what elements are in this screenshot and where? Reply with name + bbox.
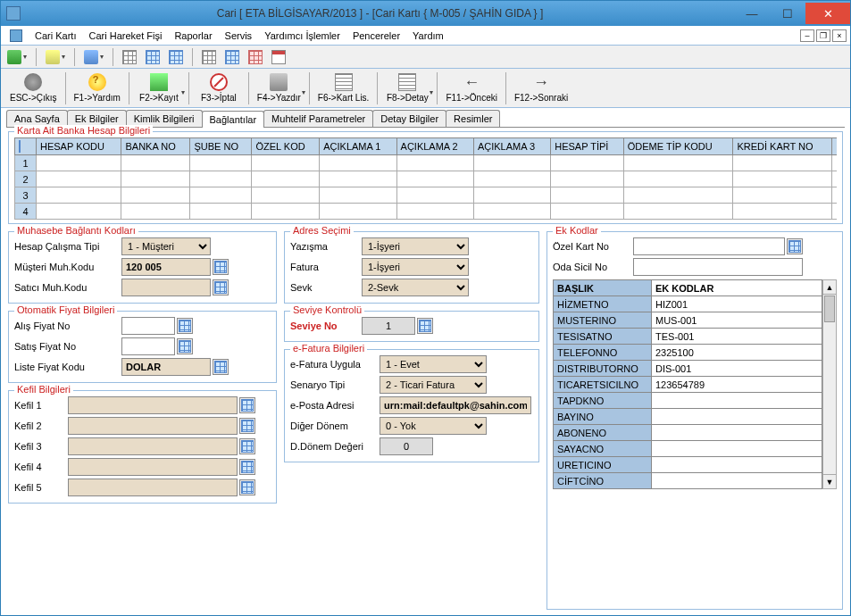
bank-col-son-kul[interactable]: SON KUL.TARİHİ [832,138,837,155]
bank-col-odeme-tip[interactable]: ÖDEME TİP KODU [623,138,733,155]
kefil-1-input[interactable] [68,396,238,414]
bank-col-aciklama1[interactable]: AÇIKLAMA 1 [320,138,396,155]
kefil-4-input[interactable] [68,458,238,476]
ek-row-header[interactable]: HİZMETNO [554,296,652,312]
f1-help-button[interactable]: F1->Yardım [69,71,126,104]
bank-row-4[interactable]: 4 [15,204,37,220]
ozel-kart-lookup[interactable] [787,238,803,254]
tab-baglantilar[interactable]: Bağlantılar [202,111,265,128]
ek-kodlar-grid[interactable]: BAŞLIKEK KODLARHİZMETNOHIZ001MUSTERINOMU… [553,279,822,489]
maximize-button[interactable]: ☐ [770,3,805,24]
hesap-calisma-select[interactable]: 1 - Müşteri [121,237,211,255]
ek-row-header[interactable]: SAYACNO [554,441,652,457]
bank-row-2[interactable]: 2 [15,171,37,187]
sevk-select[interactable]: 2-Sevk [362,279,469,296]
bank-col-kredi-kart[interactable]: KREDİ KART NO [733,138,832,155]
bank-col-aciklama3[interactable]: AÇIKLAMA 3 [473,138,550,155]
ek-row-value[interactable] [652,409,822,425]
alis-fiyat-lookup[interactable] [177,318,193,334]
ek-row-value[interactable]: HIZ001 [652,296,822,312]
close-button[interactable]: ✕ [805,3,850,24]
ek-row-header[interactable]: TICARETSICILNO [554,377,652,393]
efatura-uygula-select[interactable]: 1 - Evet [380,355,487,373]
satis-fiyat-lookup[interactable] [177,338,193,354]
menu-raporlar[interactable]: Raporlar [169,29,217,43]
kefil-3-lookup[interactable] [239,438,255,454]
minimize-button[interactable]: — [734,3,770,24]
kefil-5-lookup[interactable] [239,479,255,495]
alis-fiyat-input[interactable] [121,317,175,335]
tb1-btn-grid5[interactable] [222,48,242,66]
tab-resimler[interactable]: Resimler [446,110,500,127]
ek-row-value[interactable]: MUS-001 [652,312,822,329]
bank-col-aciklama2[interactable]: AÇIKLAMA 2 [396,138,473,155]
ek-row-value[interactable]: TES-001 [652,329,822,345]
tb1-btn-1[interactable]: ▾ [4,48,29,66]
bank-col-banka-no[interactable]: BANKA NO [121,138,190,155]
liste-fiyat-lookup[interactable] [213,359,229,375]
bank-col-sube-no[interactable]: ŞUBE NO [190,138,252,155]
tab-muhtelif[interactable]: Muhtelif Parametreler [263,110,373,127]
eposta-input[interactable] [380,396,531,414]
diger-donem-select[interactable]: 0 - Yok [380,417,487,435]
tb1-btn-cal[interactable] [269,48,288,66]
kefil-5-input[interactable] [68,479,238,496]
grid-corner-icon[interactable] [19,140,21,153]
tab-detay[interactable]: Detay Bilgiler [372,110,446,127]
satici-muh-lookup[interactable] [213,279,229,296]
liste-fiyat-input[interactable] [121,358,211,376]
musteri-muh-lookup[interactable] [213,259,229,275]
bank-col-ozel-kod[interactable]: ÖZEL KOD [252,138,320,155]
tb1-btn-grid4[interactable] [199,48,219,66]
ek-row-header[interactable]: TAPDKNO [554,393,652,409]
seviye-input[interactable] [362,317,415,335]
ek-row-header[interactable]: CİFTCİNO [554,473,652,489]
tb1-btn-3[interactable]: ▾ [81,48,106,66]
menu-cari-hareket[interactable]: Cari Hareket Fişi [83,29,167,43]
esc-exit-button[interactable]: ESC->Çıkış [4,71,63,104]
bank-col-hesap-kodu[interactable]: HESAP KODU [37,138,121,155]
f12-next-button[interactable]: →F12->Sonraki [509,71,573,104]
ek-row-header[interactable]: URETICINO [554,457,652,473]
tb1-btn-grid1[interactable] [120,48,139,66]
satici-muh-input[interactable] [121,279,211,296]
tb1-btn-grid6[interactable] [246,48,265,66]
musteri-muh-input[interactable] [121,258,211,276]
ddonem-degeri-input[interactable] [380,437,433,455]
seviye-lookup[interactable] [417,318,433,334]
ek-row-value[interactable]: 123654789 [652,377,822,393]
bank-grid[interactable]: HESAP KODU BANKA NO ŞUBE NO ÖZEL KOD AÇI… [14,137,837,220]
ek-row-value[interactable]: DIS-001 [652,361,822,377]
tb1-btn-2[interactable]: ▾ [43,48,68,66]
f4-print-button[interactable]: F4->Yazdır▾ [252,71,306,104]
ek-row-header[interactable]: TESISATNO [554,329,652,345]
oda-sicil-input[interactable] [633,258,803,276]
menu-cari-karti[interactable]: Cari Kartı [29,29,81,43]
satis-fiyat-input[interactable] [121,337,175,355]
ek-row-value[interactable] [652,425,822,441]
ek-row-header[interactable]: BAŞLIK [554,280,652,296]
ek-row-value[interactable] [652,441,822,457]
yazisma-select[interactable]: 1-İşyeri [362,237,469,255]
fatura-select[interactable]: 1-İşyeri [362,258,469,276]
kefil-2-input[interactable] [68,417,238,435]
ek-row-value[interactable] [652,473,822,489]
ek-row-header[interactable]: DISTRIBUTORNO [554,361,652,377]
f8-detail-button[interactable]: F8->Detay▾ [380,71,434,104]
kefil-2-lookup[interactable] [239,418,255,434]
senaryo-select[interactable]: 2 - Ticari Fatura [380,376,487,394]
bank-row-1[interactable]: 1 [15,155,37,171]
bank-col-hesap-tipi[interactable]: HESAP TİPİ [551,138,624,155]
ek-row-header[interactable]: ABONENO [554,425,652,441]
mdi-close[interactable]: × [832,29,847,42]
ek-scrollbar[interactable]: ▲ ▼ [822,279,837,489]
menu-yardimci[interactable]: Yardımcı İşlemler [259,29,346,43]
menu-yardim[interactable]: Yardım [407,29,449,43]
menu-servis[interactable]: Servis [220,29,258,43]
scroll-down-icon[interactable]: ▼ [823,474,836,488]
ek-row-value[interactable] [652,457,822,473]
ek-row-value[interactable]: EK KODLAR [652,280,822,296]
bank-row-3[interactable]: 3 [15,187,37,204]
kefil-3-input[interactable] [68,437,238,455]
f2-save-button[interactable]: F2->Kayıt▾ [132,71,186,104]
